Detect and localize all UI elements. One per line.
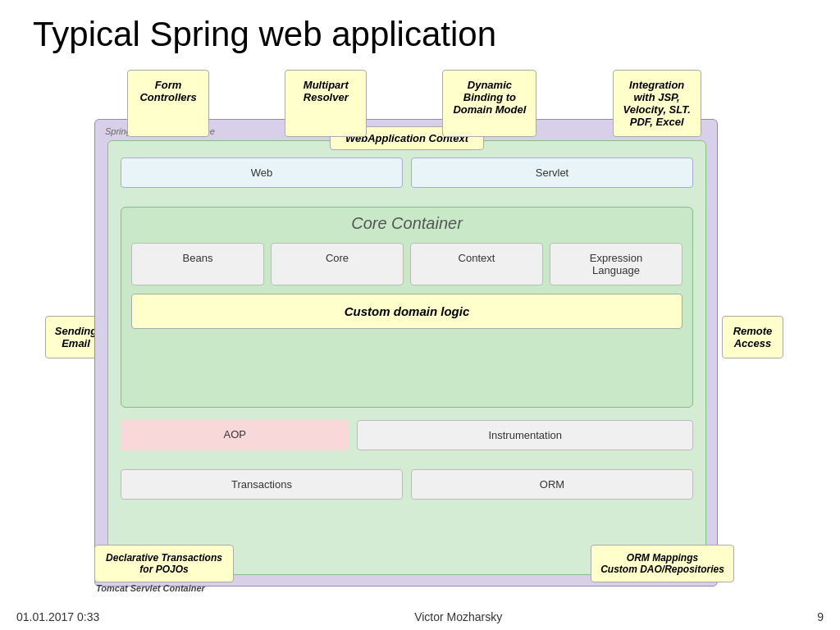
- servlet-box: Servlet: [411, 158, 693, 188]
- transactions-row: Transactions ORM: [121, 469, 693, 500]
- web-box: Web: [121, 158, 403, 188]
- beans-box: Beans: [131, 243, 264, 285]
- core-container: Core Container Beans Core Context Expres…: [121, 207, 693, 408]
- context-box: Context: [410, 243, 543, 285]
- integration-jsp-box: Integration with JSP, Velocity, SLT. PDF…: [613, 70, 701, 137]
- outer-purple-container: Spring Framework Runtime WebApplication …: [94, 119, 718, 587]
- dynamic-binding-box: Dynamic Binding to Domain Model: [442, 70, 536, 137]
- declarative-transactions-box: Declarative Transactions for POJOs: [94, 545, 234, 582]
- remote-access-box: Remote Access: [722, 316, 783, 358]
- tomcat-label: Tomcat Servlet Container: [96, 583, 205, 593]
- footer-center: Victor Mozharsky: [414, 610, 502, 623]
- form-controllers-box: Form Controllers: [127, 70, 209, 137]
- footer: 01.01.2017 0:33 Victor Mozharsky 9: [0, 610, 840, 623]
- inner-green-container: WebApplication Context Web Servlet Core …: [107, 140, 706, 575]
- core-box: Core: [271, 243, 404, 285]
- aop-box: AOP: [121, 420, 349, 450]
- multipart-resolver-box: Multipart Resolver: [285, 70, 367, 137]
- orm-mappings-box: ORM Mappings Custom DAO/Repositories: [591, 545, 734, 582]
- orm-box: ORM: [411, 469, 693, 500]
- aop-row: AOP Instrumentation: [121, 420, 693, 450]
- web-servlet-row: Web Servlet: [121, 158, 693, 188]
- expression-language-box: Expression Language: [550, 243, 682, 285]
- page-title: Typical Spring web application: [0, 0, 840, 62]
- core-boxes-row: Beans Core Context Expression Language: [121, 243, 692, 285]
- footer-right: 9: [817, 610, 824, 623]
- core-container-label: Core Container: [121, 208, 692, 238]
- instrumentation-box: Instrumentation: [357, 420, 693, 450]
- transactions-box: Transactions: [121, 469, 403, 500]
- footer-left: 01.01.2017 0:33: [16, 610, 99, 623]
- diagram-area: Form Controllers Multipart Resolver Dyna…: [45, 70, 783, 595]
- custom-domain-box: Custom domain logic: [131, 294, 682, 329]
